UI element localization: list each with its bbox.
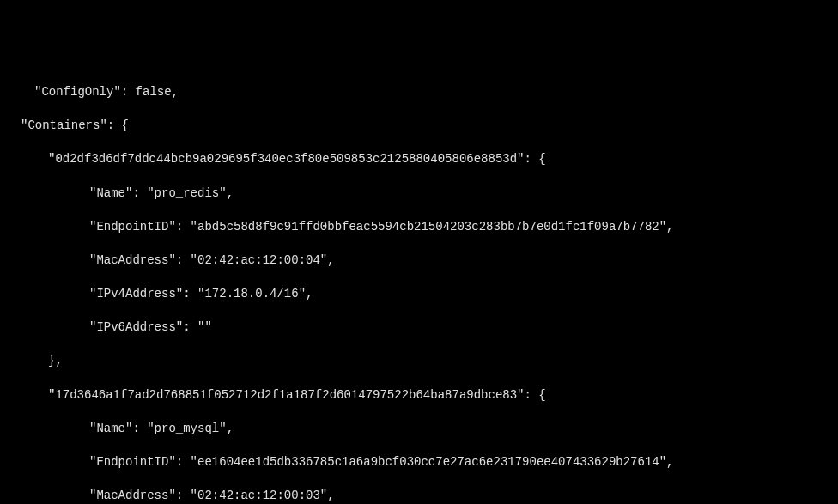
config-only-line: "ConfigOnly": false,	[7, 84, 831, 101]
container-mac: "MacAddress": "02:42:ac:12:00:04",	[7, 252, 831, 270]
container-hash: "0d2df3d6df7ddc44bcb9a029695f340ec3f80e5…	[7, 151, 831, 168]
container-name: "Name": "pro_redis",	[7, 185, 831, 203]
container-name: "Name": "pro_mysql",	[7, 421, 831, 438]
container-mac: "MacAddress": "02:42:ac:12:00:03",	[7, 488, 831, 504]
container-ipv4: "IPv4Address": "172.18.0.4/16",	[7, 286, 831, 303]
container-endpoint: "EndpointID": "ee1604ee1d5db336785c1a6a9…	[7, 454, 831, 471]
container-hash: "17d3646a1f7ad2d768851f052712d2f1a187f2d…	[7, 387, 831, 404]
terminal-output: "ConfigOnly": false, "Containers": { "0d…	[0, 67, 838, 504]
container-close: },	[7, 353, 831, 370]
container-endpoint: "EndpointID": "abd5c58d8f9c91ffd0bbfeac5…	[7, 219, 831, 236]
containers-open: "Containers": {	[7, 118, 831, 135]
container-ipv6: "IPv6Address": ""	[7, 319, 831, 337]
